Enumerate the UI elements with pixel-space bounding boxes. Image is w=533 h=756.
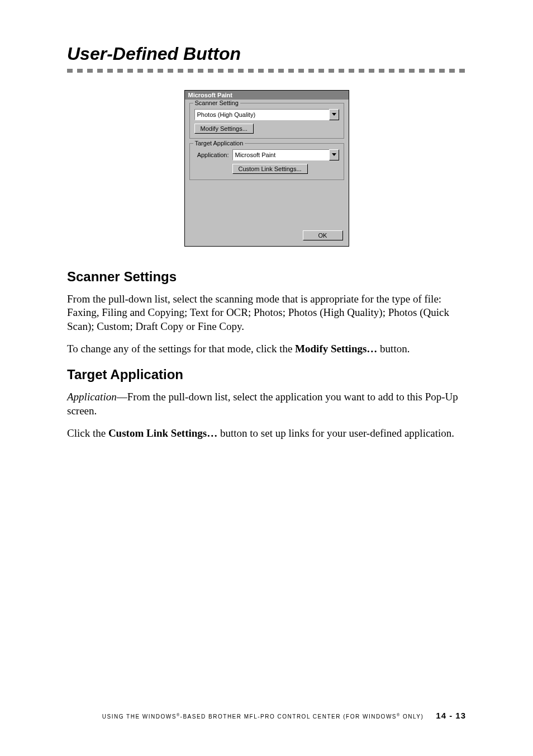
text: Click the [67,427,108,439]
scanner-mode-value: Photos (High Quality) [194,109,329,120]
modify-settings-button[interactable]: Modify Settings... [194,124,254,134]
chevron-down-icon[interactable] [329,149,339,160]
text-bold: Modify Settings… [295,343,377,355]
registered-icon: ® [397,713,401,717]
dialog-empty-area [189,185,344,228]
application-select[interactable]: Microsoft Paint [232,149,339,160]
custom-link-settings-button[interactable]: Custom Link Settings... [232,164,308,174]
text: USING THE WINDOWS [102,714,177,720]
text: button to set up links for your user-def… [217,427,454,439]
footer-text: USING THE WINDOWS®-BASED BROTHER MFL-PRO… [102,714,423,720]
page: User-Defined Button Microsoft Paint Scan… [0,0,533,756]
text: —From the pull-down list, select the app… [67,391,458,416]
registered-icon: ® [177,713,180,717]
dialog-titlebar: Microsoft Paint [185,91,349,100]
page-number: 14 - 13 [436,711,466,720]
subheading-target-application: Target Application [67,365,466,382]
target-application-group: Target Application Application: Microsof… [189,143,344,180]
svg-marker-1 [332,153,336,156]
subheading-scanner-settings: Scanner Settings [67,267,466,285]
application-label: Application: [194,152,229,158]
para-scanner-settings-2: To change any of the settings for that m… [67,342,466,356]
application-value: Microsoft Paint [232,149,329,160]
text: To change any of the settings for that m… [67,343,295,355]
section-divider [67,68,466,73]
svg-marker-0 [332,113,336,116]
scanner-setting-legend: Scanner Setting [193,100,240,106]
scanner-mode-select[interactable]: Photos (High Quality) [194,109,339,120]
ok-button[interactable]: OK [303,230,343,240]
text: -BASED BROTHER MFL-PRO CONTROL CENTER (F… [180,714,397,720]
text: button. [377,343,410,355]
page-footer: USING THE WINDOWS®-BASED BROTHER MFL-PRO… [67,711,466,720]
section-title: User-Defined Button [67,44,466,64]
dialog-figure: Microsoft Paint Scanner Setting Photos (… [67,90,466,247]
para-target-app-2: Click the Custom Link Settings… button t… [67,427,466,440]
target-application-legend: Target Application [193,140,245,147]
chevron-down-icon[interactable] [329,109,339,120]
para-scanner-settings-1: From the pull-down list, select the scan… [67,292,466,333]
text: ONLY) [401,714,424,720]
dialog-body: Scanner Setting Photos (High Quality) Mo… [185,100,349,246]
text-bold: Custom Link Settings… [108,427,217,439]
text-italic: Application [67,391,117,403]
para-target-app-1: Application—From the pull-down list, sel… [67,390,466,418]
scanner-setting-group: Scanner Setting Photos (High Quality) Mo… [189,103,344,139]
dialog-window: Microsoft Paint Scanner Setting Photos (… [184,90,349,247]
